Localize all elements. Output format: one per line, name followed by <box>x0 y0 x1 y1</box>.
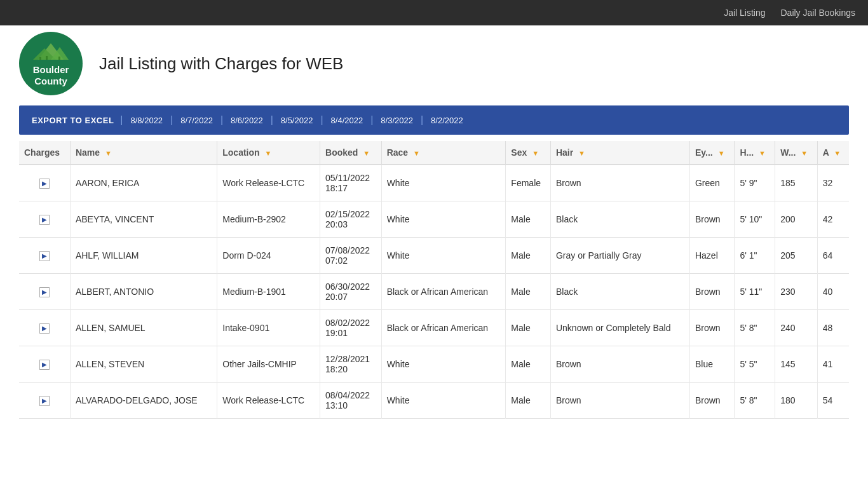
col-hair: Hair ▼ <box>550 141 689 165</box>
nav-daily-bookings[interactable]: Daily Jail Bookings <box>781 8 856 18</box>
sex-cell: Male <box>506 346 551 383</box>
separator-1: | <box>120 114 123 126</box>
sex-cell: Male <box>506 383 551 419</box>
date-link-2[interactable]: 8/6/2022 <box>231 116 263 125</box>
booked-cell: 05/11/202218:17 <box>320 165 382 201</box>
race-cell: White <box>381 165 506 201</box>
inmates-table-wrapper: Charges Name ▼ Location ▼ Booked ▼ Race … <box>19 141 849 419</box>
name-cell: ALLEN, STEVEN <box>70 346 217 383</box>
table-row: ▶ALVARADO-DELGADO, JOSEWork Release-LCTC… <box>19 383 849 419</box>
height-cell: 5' 8" <box>735 310 775 346</box>
logo-text: BoulderCounty <box>33 64 69 87</box>
booked-cell: 12/28/202118:20 <box>320 346 382 383</box>
charges-cell: ▶ <box>19 383 70 419</box>
sex-filter-icon[interactable]: ▼ <box>532 149 539 157</box>
expand-charges-button[interactable]: ▶ <box>39 360 50 370</box>
weight-cell: 200 <box>775 201 817 238</box>
hair-cell: Unknown or Completely Bald <box>550 310 689 346</box>
race-cell: White <box>381 383 506 419</box>
top-navigation: Jail Listing Daily Jail Bookings <box>0 0 868 25</box>
age-filter-icon[interactable]: ▼ <box>834 149 841 157</box>
expand-charges-button[interactable]: ▶ <box>39 179 50 189</box>
race-cell: White <box>381 238 506 274</box>
separator-4: | <box>271 114 273 126</box>
expand-charges-button[interactable]: ▶ <box>39 215 50 225</box>
location-cell: Medium-B-1901 <box>217 274 320 310</box>
hair-cell: Brown <box>550 383 689 419</box>
nav-jail-listing[interactable]: Jail Listing <box>724 8 765 18</box>
weight-cell: 240 <box>775 310 817 346</box>
date-link-0[interactable]: 8/8/2022 <box>131 116 163 125</box>
weight-cell: 205 <box>775 238 817 274</box>
logo-mountain-graphic <box>32 41 70 63</box>
date-link-6[interactable]: 8/2/2022 <box>431 116 463 125</box>
date-link-4[interactable]: 8/4/2022 <box>331 116 363 125</box>
height-cell: 5' 10" <box>735 201 775 238</box>
svg-rect-3 <box>39 57 41 60</box>
col-age: A ▼ <box>817 141 849 165</box>
hair-filter-icon[interactable]: ▼ <box>578 149 585 157</box>
booked-cell: 08/04/202213:10 <box>320 383 382 419</box>
age-cell: 42 <box>817 201 849 238</box>
separator-7: | <box>421 114 423 126</box>
height-cell: 5' 9" <box>735 165 775 201</box>
table-row: ▶ALLEN, SAMUELIntake-090108/02/202219:01… <box>19 310 849 346</box>
race-cell: Black or African American <box>381 274 506 310</box>
sex-cell: Male <box>506 310 551 346</box>
date-link-3[interactable]: 8/5/2022 <box>281 116 313 125</box>
expand-charges-button[interactable]: ▶ <box>39 287 50 297</box>
eyes-filter-icon[interactable]: ▼ <box>718 149 725 157</box>
date-link-5[interactable]: 8/3/2022 <box>381 116 413 125</box>
sex-cell: Male <box>506 274 551 310</box>
height-cell: 5' 5" <box>735 346 775 383</box>
separator-2: | <box>170 114 173 126</box>
col-race: Race ▼ <box>381 141 506 165</box>
hair-cell: Gray or Partially Gray <box>550 238 689 274</box>
export-to-excel-button[interactable]: EXPORT TO EXCEL <box>32 116 114 125</box>
name-filter-icon[interactable]: ▼ <box>105 149 112 157</box>
eyes-cell: Brown <box>689 201 734 238</box>
location-cell: Intake-0901 <box>217 310 320 346</box>
booked-cell: 07/08/202207:02 <box>320 238 382 274</box>
table-row: ▶AHLF, WILLIAMDorm D-02407/08/202207:02W… <box>19 238 849 274</box>
race-cell: Black or African American <box>381 310 506 346</box>
height-cell: 6' 1" <box>735 238 775 274</box>
race-filter-icon[interactable]: ▼ <box>413 149 420 157</box>
col-location: Location ▼ <box>217 141 320 165</box>
charges-cell: ▶ <box>19 201 70 238</box>
age-cell: 48 <box>817 310 849 346</box>
table-row: ▶ALBERT, ANTONIOMedium-B-190106/30/20222… <box>19 274 849 310</box>
expand-charges-button[interactable]: ▶ <box>39 323 50 334</box>
eyes-cell: Brown <box>689 383 734 419</box>
booked-filter-icon[interactable]: ▼ <box>363 149 370 157</box>
col-sex: Sex ▼ <box>506 141 551 165</box>
weight-cell: 185 <box>775 165 817 201</box>
name-cell: ALBERT, ANTONIO <box>70 274 217 310</box>
charges-cell: ▶ <box>19 274 70 310</box>
weight-filter-icon[interactable]: ▼ <box>801 149 808 157</box>
age-cell: 54 <box>817 383 849 419</box>
charges-cell: ▶ <box>19 238 70 274</box>
table-header-row: Charges Name ▼ Location ▼ Booked ▼ Race … <box>19 141 849 165</box>
inmates-table: Charges Name ▼ Location ▼ Booked ▼ Race … <box>19 141 849 419</box>
eyes-cell: Green <box>689 165 734 201</box>
location-cell: Medium-B-2902 <box>217 201 320 238</box>
location-filter-icon[interactable]: ▼ <box>265 149 272 157</box>
expand-charges-button[interactable]: ▶ <box>39 396 50 406</box>
booked-cell: 02/15/202220:03 <box>320 201 382 238</box>
sex-cell: Male <box>506 238 551 274</box>
col-name: Name ▼ <box>70 141 217 165</box>
table-row: ▶ALLEN, STEVENOther Jails-CMHIP12/28/202… <box>19 346 849 383</box>
weight-cell: 230 <box>775 274 817 310</box>
name-cell: ABEYTA, VINCENT <box>70 201 217 238</box>
height-cell: 5' 8" <box>735 383 775 419</box>
weight-cell: 145 <box>775 346 817 383</box>
date-link-1[interactable]: 8/7/2022 <box>180 116 213 125</box>
expand-charges-button[interactable]: ▶ <box>39 251 50 261</box>
age-cell: 40 <box>817 274 849 310</box>
age-cell: 64 <box>817 238 849 274</box>
eyes-cell: Blue <box>689 346 734 383</box>
sex-cell: Male <box>506 201 551 238</box>
height-filter-icon[interactable]: ▼ <box>759 149 766 157</box>
age-cell: 41 <box>817 346 849 383</box>
